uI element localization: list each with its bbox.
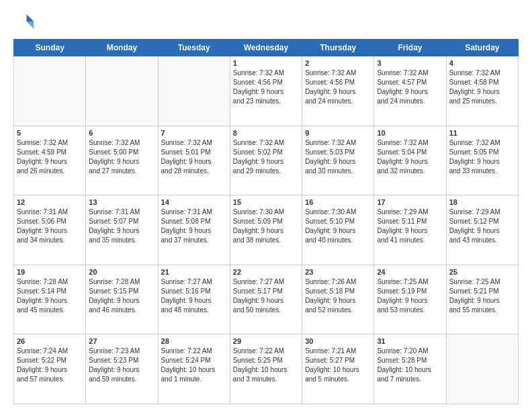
day-number: 25 xyxy=(449,268,515,276)
day-info: Sunrise: 7:32 AMSunset: 4:57 PMDaylight:… xyxy=(377,68,443,106)
calendar-cell: 25Sunrise: 7:25 AMSunset: 5:21 PMDayligh… xyxy=(446,265,518,334)
calendar-cell: 3Sunrise: 7:32 AMSunset: 4:57 PMDaylight… xyxy=(374,56,446,126)
calendar-week-2: 5Sunrise: 7:32 AMSunset: 4:59 PMDaylight… xyxy=(14,126,519,195)
calendar-cell: 16Sunrise: 7:30 AMSunset: 5:10 PMDayligh… xyxy=(302,195,374,265)
day-info: Sunrise: 7:32 AMSunset: 5:02 PMDaylight:… xyxy=(233,138,299,176)
day-info: Sunrise: 7:32 AMSunset: 4:58 PMDaylight:… xyxy=(449,68,515,106)
day-number: 30 xyxy=(305,337,371,345)
day-number: 19 xyxy=(17,268,83,276)
calendar-cell: 22Sunrise: 7:27 AMSunset: 5:17 PMDayligh… xyxy=(230,265,302,334)
day-number: 13 xyxy=(89,198,154,206)
day-info: Sunrise: 7:31 AMSunset: 5:08 PMDaylight:… xyxy=(161,208,227,245)
day-info: Sunrise: 7:22 AMSunset: 5:24 PMDaylight:… xyxy=(161,347,227,384)
day-number: 2 xyxy=(305,59,371,67)
day-number: 21 xyxy=(161,268,227,276)
day-number: 4 xyxy=(449,59,515,67)
day-number: 8 xyxy=(233,129,299,137)
day-info: Sunrise: 7:20 AMSunset: 5:28 PMDaylight:… xyxy=(377,347,443,384)
day-info: Sunrise: 7:26 AMSunset: 5:18 PMDaylight:… xyxy=(305,277,371,315)
day-number: 17 xyxy=(377,198,443,206)
calendar-cell: 11Sunrise: 7:32 AMSunset: 5:05 PMDayligh… xyxy=(446,126,518,195)
day-number: 26 xyxy=(17,337,83,345)
day-number: 27 xyxy=(89,337,154,345)
calendar-cell: 15Sunrise: 7:30 AMSunset: 5:09 PMDayligh… xyxy=(230,195,302,265)
day-number: 31 xyxy=(377,337,443,345)
day-number: 15 xyxy=(233,198,299,206)
day-header-monday: Monday xyxy=(86,40,158,56)
logo-icon xyxy=(13,11,35,32)
svg-marker-1 xyxy=(27,21,34,29)
calendar-cell: 7Sunrise: 7:32 AMSunset: 5:01 PMDaylight… xyxy=(158,126,230,195)
calendar-cell: 26Sunrise: 7:24 AMSunset: 5:22 PMDayligh… xyxy=(14,334,86,404)
day-info: Sunrise: 7:28 AMSunset: 5:15 PMDaylight:… xyxy=(89,277,154,315)
calendar-week-3: 12Sunrise: 7:31 AMSunset: 5:06 PMDayligh… xyxy=(14,195,519,265)
day-number: 1 xyxy=(233,59,299,67)
day-info: Sunrise: 7:21 AMSunset: 5:27 PMDaylight:… xyxy=(305,347,371,384)
day-info: Sunrise: 7:25 AMSunset: 5:19 PMDaylight:… xyxy=(377,277,443,315)
day-number: 7 xyxy=(161,129,227,137)
header xyxy=(13,11,519,32)
day-number: 24 xyxy=(377,268,443,276)
day-number: 5 xyxy=(17,129,83,137)
calendar-header-row: SundayMondayTuesdayWednesdayThursdayFrid… xyxy=(14,40,519,56)
day-number: 9 xyxy=(305,129,371,137)
day-info: Sunrise: 7:22 AMSunset: 5:25 PMDaylight:… xyxy=(233,347,299,384)
page: SundayMondayTuesdayWednesdayThursdayFrid… xyxy=(0,0,532,411)
calendar-cell xyxy=(158,56,230,126)
day-info: Sunrise: 7:30 AMSunset: 5:09 PMDaylight:… xyxy=(233,208,299,245)
day-number: 20 xyxy=(89,268,154,276)
day-info: Sunrise: 7:27 AMSunset: 5:17 PMDaylight:… xyxy=(233,277,299,315)
day-info: Sunrise: 7:25 AMSunset: 5:21 PMDaylight:… xyxy=(449,277,515,315)
calendar-cell: 4Sunrise: 7:32 AMSunset: 4:58 PMDaylight… xyxy=(446,56,518,126)
calendar-cell: 18Sunrise: 7:29 AMSunset: 5:12 PMDayligh… xyxy=(446,195,518,265)
day-number: 29 xyxy=(233,337,299,345)
day-info: Sunrise: 7:32 AMSunset: 5:05 PMDaylight:… xyxy=(449,138,515,176)
day-info: Sunrise: 7:29 AMSunset: 5:11 PMDaylight:… xyxy=(377,208,443,245)
day-info: Sunrise: 7:29 AMSunset: 5:12 PMDaylight:… xyxy=(449,208,515,245)
calendar-cell: 19Sunrise: 7:28 AMSunset: 5:14 PMDayligh… xyxy=(14,265,86,334)
calendar-week-4: 19Sunrise: 7:28 AMSunset: 5:14 PMDayligh… xyxy=(14,265,519,334)
calendar-cell: 13Sunrise: 7:31 AMSunset: 5:07 PMDayligh… xyxy=(86,195,158,265)
calendar-cell: 5Sunrise: 7:32 AMSunset: 4:59 PMDaylight… xyxy=(14,126,86,195)
day-info: Sunrise: 7:32 AMSunset: 5:01 PMDaylight:… xyxy=(161,138,227,176)
day-header-sunday: Sunday xyxy=(14,40,86,56)
calendar-cell: 17Sunrise: 7:29 AMSunset: 5:11 PMDayligh… xyxy=(374,195,446,265)
calendar: SundayMondayTuesdayWednesdayThursdayFrid… xyxy=(13,39,519,404)
calendar-cell: 14Sunrise: 7:31 AMSunset: 5:08 PMDayligh… xyxy=(158,195,230,265)
calendar-cell: 28Sunrise: 7:22 AMSunset: 5:24 PMDayligh… xyxy=(158,334,230,404)
day-info: Sunrise: 7:32 AMSunset: 4:56 PMDaylight:… xyxy=(233,68,299,106)
logo xyxy=(13,11,38,32)
day-header-thursday: Thursday xyxy=(302,40,374,56)
calendar-cell: 23Sunrise: 7:26 AMSunset: 5:18 PMDayligh… xyxy=(302,265,374,334)
calendar-cell: 12Sunrise: 7:31 AMSunset: 5:06 PMDayligh… xyxy=(14,195,86,265)
calendar-cell: 6Sunrise: 7:32 AMSunset: 5:00 PMDaylight… xyxy=(86,126,158,195)
calendar-week-5: 26Sunrise: 7:24 AMSunset: 5:22 PMDayligh… xyxy=(14,334,519,404)
calendar-cell: 30Sunrise: 7:21 AMSunset: 5:27 PMDayligh… xyxy=(302,334,374,404)
calendar-cell: 9Sunrise: 7:32 AMSunset: 5:03 PMDaylight… xyxy=(302,126,374,195)
day-info: Sunrise: 7:32 AMSunset: 5:03 PMDaylight:… xyxy=(305,138,371,176)
day-info: Sunrise: 7:32 AMSunset: 4:56 PMDaylight:… xyxy=(305,68,371,106)
day-info: Sunrise: 7:31 AMSunset: 5:07 PMDaylight:… xyxy=(89,208,154,245)
day-number: 3 xyxy=(377,59,443,67)
day-number: 12 xyxy=(17,198,83,206)
day-info: Sunrise: 7:32 AMSunset: 4:59 PMDaylight:… xyxy=(17,138,83,176)
day-number: 18 xyxy=(449,198,515,206)
calendar-week-1: 1Sunrise: 7:32 AMSunset: 4:56 PMDaylight… xyxy=(14,56,519,126)
calendar-cell xyxy=(86,56,158,126)
calendar-cell xyxy=(14,56,86,126)
day-header-saturday: Saturday xyxy=(446,40,518,56)
calendar-cell: 21Sunrise: 7:27 AMSunset: 5:16 PMDayligh… xyxy=(158,265,230,334)
svg-marker-0 xyxy=(27,14,34,21)
day-info: Sunrise: 7:32 AMSunset: 5:04 PMDaylight:… xyxy=(377,138,443,176)
day-info: Sunrise: 7:28 AMSunset: 5:14 PMDaylight:… xyxy=(17,277,83,315)
calendar-cell: 1Sunrise: 7:32 AMSunset: 4:56 PMDaylight… xyxy=(230,56,302,126)
day-number: 23 xyxy=(305,268,371,276)
day-info: Sunrise: 7:32 AMSunset: 5:00 PMDaylight:… xyxy=(89,138,154,176)
calendar-cell: 20Sunrise: 7:28 AMSunset: 5:15 PMDayligh… xyxy=(86,265,158,334)
day-info: Sunrise: 7:23 AMSunset: 5:23 PMDaylight:… xyxy=(89,347,154,384)
day-header-friday: Friday xyxy=(374,40,446,56)
calendar-cell: 31Sunrise: 7:20 AMSunset: 5:28 PMDayligh… xyxy=(374,334,446,404)
calendar-cell: 24Sunrise: 7:25 AMSunset: 5:19 PMDayligh… xyxy=(374,265,446,334)
day-info: Sunrise: 7:27 AMSunset: 5:16 PMDaylight:… xyxy=(161,277,227,315)
day-number: 14 xyxy=(161,198,227,206)
